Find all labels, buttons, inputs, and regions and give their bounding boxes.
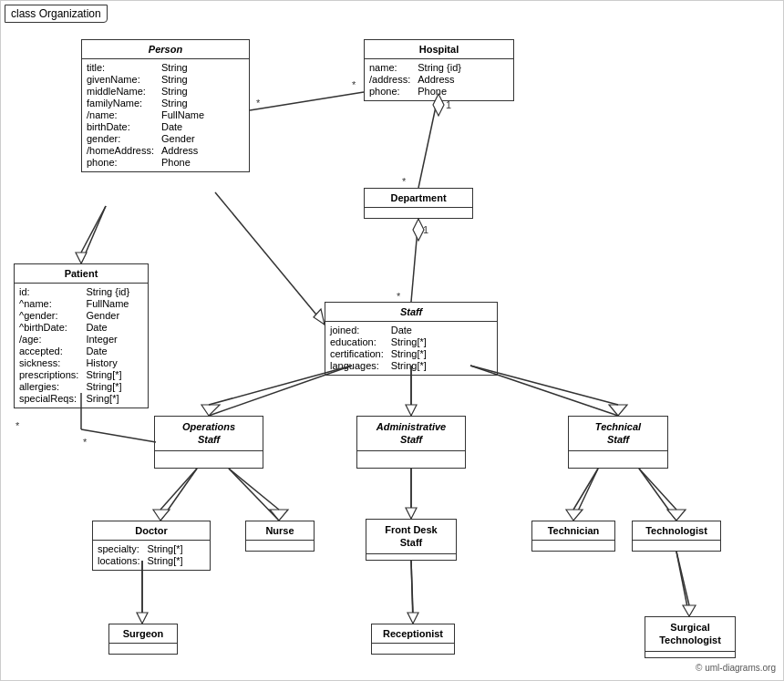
class-staff-header: Staff xyxy=(325,303,497,322)
svg-text:*: * xyxy=(402,176,407,187)
svg-line-51 xyxy=(676,552,689,605)
class-front-desk-staff: Front DeskStaff xyxy=(366,519,457,561)
class-surgeon-header: Surgeon xyxy=(109,624,177,644)
class-person-header: Person xyxy=(82,40,249,59)
svg-marker-38 xyxy=(566,510,583,521)
class-department: Department xyxy=(364,188,473,219)
class-doctor: Doctor specialty:String[*] locations:Str… xyxy=(92,521,211,571)
class-staff-body: joined:Date education:String[*] certific… xyxy=(325,322,497,375)
class-hospital-body: name:String {id} /address:Address phone:… xyxy=(365,59,513,100)
svg-marker-29 xyxy=(153,510,170,521)
svg-line-42 xyxy=(639,469,676,510)
class-doctor-header: Doctor xyxy=(93,521,210,541)
class-administrative-staff-header: AdministrativeStaff xyxy=(357,417,465,451)
svg-line-28 xyxy=(160,469,197,521)
svg-text:*: * xyxy=(83,437,88,448)
svg-marker-41 xyxy=(667,510,686,521)
svg-line-39 xyxy=(573,469,598,510)
svg-line-46 xyxy=(411,561,413,624)
svg-line-37 xyxy=(573,469,598,521)
class-patient: Patient id:String {id} ^name:FullName ^g… xyxy=(14,263,149,408)
svg-marker-32 xyxy=(270,510,288,521)
svg-line-13 xyxy=(81,206,106,253)
class-technologist-header: Technologist xyxy=(633,521,720,541)
class-technician: Technician xyxy=(531,521,615,552)
class-nurse-header: Nurse xyxy=(246,521,314,541)
class-patient-body: id:String {id} ^name:FullName ^gender:Ge… xyxy=(15,284,148,408)
svg-line-3 xyxy=(418,94,438,188)
svg-line-33 xyxy=(229,469,279,510)
svg-line-14 xyxy=(215,192,325,325)
copyright: © uml-diagrams.org xyxy=(696,663,776,673)
svg-line-49 xyxy=(676,552,689,616)
class-administrative-staff: AdministrativeStaff xyxy=(356,416,466,469)
class-operations-staff-header: OperationsStaff xyxy=(155,417,263,451)
svg-text:1: 1 xyxy=(423,224,428,235)
class-front-desk-staff-header: Front DeskStaff xyxy=(366,520,456,554)
class-patient-header: Patient xyxy=(15,264,148,284)
svg-marker-47 xyxy=(407,613,418,624)
svg-line-30 xyxy=(160,469,197,510)
class-staff: Staff joined:Date education:String[*] ce… xyxy=(325,302,498,376)
svg-marker-15 xyxy=(314,309,325,325)
svg-marker-44 xyxy=(137,613,148,624)
class-department-header: Department xyxy=(365,189,472,208)
class-receptionist-header: Receptionist xyxy=(372,624,454,644)
svg-line-48 xyxy=(411,561,413,613)
class-technical-staff: TechnicalStaff xyxy=(568,416,668,469)
diagram-title: class Organization xyxy=(5,5,108,23)
class-operations-staff: OperationsStaff xyxy=(154,416,263,469)
svg-marker-35 xyxy=(406,508,417,519)
svg-text:*: * xyxy=(15,420,20,431)
svg-line-54 xyxy=(81,429,156,442)
class-surgical-technologist-header: SurgicalTechnologist xyxy=(645,617,735,652)
svg-marker-50 xyxy=(683,605,696,616)
svg-text:*: * xyxy=(397,291,401,302)
svg-marker-26 xyxy=(609,405,627,416)
class-technician-header: Technician xyxy=(532,521,614,541)
class-nurse: Nurse xyxy=(245,521,315,552)
svg-line-31 xyxy=(229,469,279,521)
svg-line-7 xyxy=(411,219,418,302)
svg-text:*: * xyxy=(352,79,356,90)
class-technical-staff-header: TechnicalStaff xyxy=(569,417,667,451)
class-person-body: title:String givenName:String middleName… xyxy=(82,59,249,171)
class-surgical-technologist: SurgicalTechnologist xyxy=(645,616,736,658)
class-hospital-header: Hospital xyxy=(365,40,513,59)
svg-marker-23 xyxy=(406,405,417,416)
class-surgeon: Surgeon xyxy=(108,624,178,655)
svg-line-16 xyxy=(250,92,364,110)
svg-text:*: * xyxy=(256,98,261,108)
class-technologist: Technologist xyxy=(632,521,721,552)
svg-marker-20 xyxy=(201,405,220,416)
class-hospital: Hospital name:String {id} /address:Addre… xyxy=(364,39,514,101)
svg-marker-12 xyxy=(76,253,87,263)
svg-line-11 xyxy=(81,206,106,263)
svg-marker-8 xyxy=(413,219,424,241)
diagram-container: class Organization Person title:String g… xyxy=(0,0,784,681)
class-person: Person title:String givenName:String mid… xyxy=(81,39,250,172)
svg-line-40 xyxy=(639,469,676,521)
class-doctor-body: specialty:String[*] locations:String[*] xyxy=(93,541,210,570)
class-receptionist: Receptionist xyxy=(371,624,455,655)
